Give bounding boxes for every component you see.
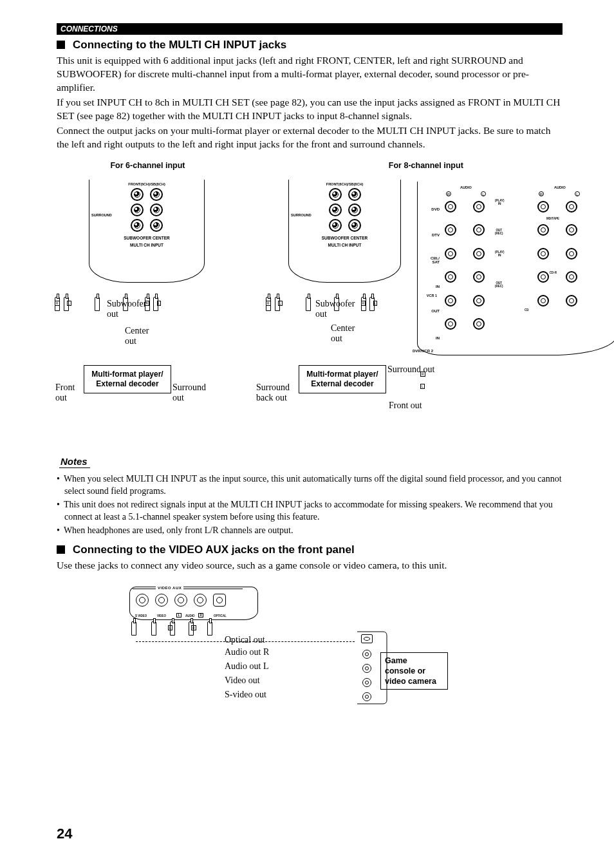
video-aux-diagram: VIDEO AUX S VIDEO VIDEO L AUDIO R OPTICA… [129, 581, 490, 717]
section2-p: Use these jacks to connect any video sou… [57, 559, 563, 572]
rca-jack [150, 188, 163, 201]
jack-panel-8ch: FRONT(6CH)/SB(8CH) SURROUND SUBWOOFER CE… [288, 180, 401, 283]
jack-surround-lbl: SURROUND [91, 213, 112, 217]
section-header-bar: CONNECTIONS [57, 23, 563, 35]
aux-jack-panel: VIDEO AUX S VIDEO VIDEO L AUDIO R OPTICA… [129, 587, 258, 620]
aux-head: VIDEO AUX [156, 586, 183, 590]
rca-jack [131, 203, 144, 216]
section1-p2: If you set INPUT CH to 8ch in MULTI CH S… [57, 96, 563, 123]
callout-sub-8: Subwooferout [315, 299, 355, 319]
rca-jack [131, 188, 144, 201]
aux-device-box: Game console or video camera [380, 652, 448, 690]
plug-icon [151, 621, 156, 636]
section1-p1: This unit is equipped with 6 additional … [57, 54, 563, 95]
page-number: 24 [57, 826, 72, 842]
aux-audio-l-jack [174, 594, 187, 607]
jack-bottom-cap: SUBWOOFER CENTERMULTI CH INPUT [89, 235, 204, 249]
aux-dashed-line [136, 641, 355, 642]
jack-top-lbl: FRONT(6CH)/SB(8CH) [89, 182, 204, 186]
plug-icon [207, 621, 212, 636]
section2-title: Connecting to the VIDEO AUX jacks on the… [73, 543, 355, 556]
rca-jack [131, 219, 144, 232]
callout-surround: Surroundout [172, 382, 206, 403]
section1-p3: Connect the output jacks on your multi-f… [57, 124, 563, 151]
callout-front: Frontout [55, 382, 75, 403]
aux-audio-r-jack [194, 594, 207, 607]
heading-bullet [57, 41, 65, 49]
aux-optical-jack [213, 594, 226, 607]
callout-sback: Surroundback out [256, 382, 290, 403]
section1-title: Connecting to the MULTI CH INPUT jacks [73, 39, 286, 51]
plug-icon [131, 621, 136, 636]
jack-panel-6ch: FRONT(6CH)/SB(8CH) SURROUND SUBWOOFER CE… [89, 180, 205, 283]
section2-heading: Connecting to the VIDEO AUX jacks on the… [57, 543, 563, 556]
multich-diagram: FRONT(6CH)/SB(8CH) SURROUND SUBWOOFER CE… [57, 178, 563, 435]
note-item: When headphones are used, only front L/R… [57, 525, 563, 536]
section1-heading: Connecting to the MULTI CH INPUT jacks [57, 39, 563, 52]
notes-list: When you select MULTI CH INPUT as the in… [57, 473, 563, 536]
audio-jack-panel: AUDIO AUDIO R L R L DVD DTV CBL/ SAT IN … [417, 182, 614, 355]
callout-center: Centerout [125, 326, 149, 346]
aux-al-label: Audio out L [225, 661, 268, 672]
rca-jack [150, 219, 163, 232]
notes-heading: Notes [59, 456, 90, 468]
note-item: This unit does not redirect signals inpu… [57, 499, 563, 523]
aux-svideo-jack [136, 594, 149, 607]
caption-8ch: For 8-channel input [279, 161, 563, 170]
aux-vout-label: Video out [225, 675, 260, 686]
callout-sout: Surround out [387, 364, 435, 375]
aux-ar-label: Audio out R [225, 647, 269, 657]
note-item: When you select MULTI CH INPUT as the in… [57, 473, 563, 497]
callout-center-8: Centerout [331, 323, 355, 344]
decoder-box-6ch: Multi-format player/External decoder [84, 365, 171, 393]
heading-bullet [57, 545, 65, 554]
caption-6ch: For 6-channel input [57, 161, 239, 170]
rca-jack [150, 203, 163, 216]
callout-fout: Front out [389, 401, 422, 411]
aux-video-jack [155, 594, 168, 607]
aux-opt-label: Optical out [225, 635, 265, 645]
plug-row-6ch: R L R L [57, 297, 237, 320]
decoder-box-8ch: Multi-format player/External decoder [299, 365, 386, 393]
aux-svout-label: S-video out [225, 690, 266, 700]
callout-sub: Subwooferout [107, 299, 146, 319]
